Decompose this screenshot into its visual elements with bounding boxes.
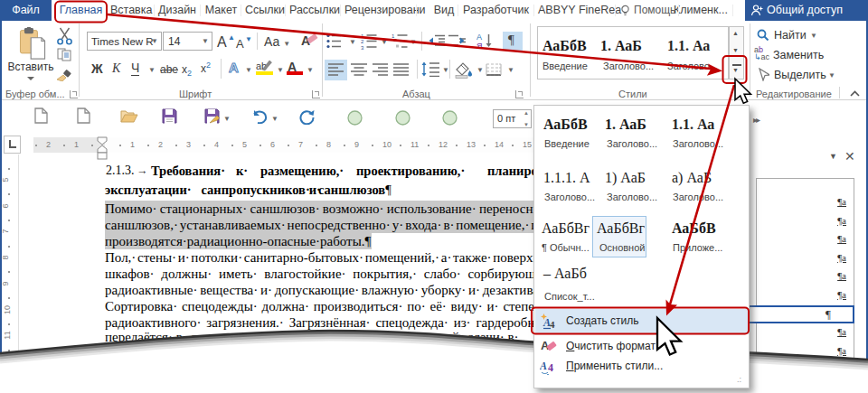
- svg-text:1: 1: [361, 33, 364, 39]
- svg-text:А: А: [540, 360, 547, 372]
- svg-text:Я: Я: [476, 42, 483, 50]
- svg-text:А: А: [476, 33, 482, 42]
- svg-text:1: 1: [392, 33, 395, 39]
- svg-text:А: А: [229, 60, 239, 75]
- svg-text:3: 3: [361, 45, 364, 51]
- svg-text:2: 2: [361, 39, 364, 44]
- svg-text:4: 4: [548, 361, 553, 374]
